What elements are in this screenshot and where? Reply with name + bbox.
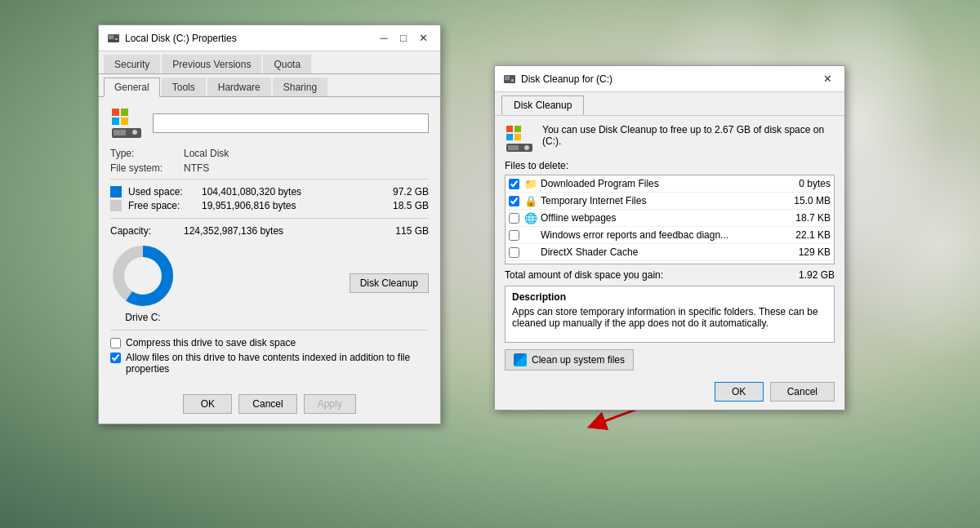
type-label: Type: — [110, 148, 184, 159]
clean-system-files-label: Clean up system files — [532, 354, 625, 366]
cleanup-title-left: Disk Cleanup for (C:) — [503, 73, 612, 86]
type-row: Type: Local Disk — [110, 148, 429, 159]
space-info: Used space: 104,401,080,320 bytes 97.2 G… — [110, 186, 429, 211]
file-checkbox-3[interactable] — [509, 230, 519, 241]
compress-checkbox[interactable] — [110, 338, 121, 348]
cleanup-tab[interactable]: Disk Cleanup — [501, 95, 584, 115]
description-section: Description Apps can store temporary inf… — [505, 286, 835, 343]
donut-chart — [110, 243, 176, 308]
donut-area: Drive C: — [110, 243, 176, 323]
globe-icon-2: 🌐 — [524, 211, 537, 224]
filesystem-value: NTFS — [184, 162, 209, 174]
tab-general[interactable]: General — [104, 78, 160, 97]
file-item-0[interactable]: 📁 Downloaded Program Files 0 bytes — [506, 175, 834, 193]
disk-cleanup-button[interactable]: Disk Cleanup — [350, 273, 429, 293]
file-name-4: DirectX Shader Cache — [541, 246, 782, 258]
svg-rect-8 — [121, 109, 128, 116]
used-gb: 97.2 GB — [380, 186, 429, 197]
capacity-bytes: 124,352,987,136 bytes — [184, 225, 380, 237]
drive-name-input[interactable] — [153, 113, 429, 133]
folder-icon-0: 📁 — [524, 177, 537, 190]
file-item-3[interactable]: Windows error reports and feedbac diagn.… — [506, 227, 834, 244]
svg-rect-22 — [514, 134, 521, 140]
file-size-0: 0 bytes — [782, 178, 831, 189]
drive-label: Drive C: — [125, 312, 160, 323]
maximize-button[interactable]: □ — [394, 29, 412, 47]
file-name-3: Windows error reports and feedbac diagn.… — [541, 229, 782, 241]
index-label: Allow files on this drive to have conten… — [126, 352, 429, 375]
total-value: 1.92 GB — [799, 269, 835, 281]
free-label: Free space: — [128, 200, 202, 211]
cleanup-header-text: You can use Disk Cleanup to free up to 2… — [542, 124, 835, 147]
donut-container: Drive C: Disk Cleanup — [110, 243, 429, 323]
tab-sharing[interactable]: Sharing — [273, 78, 327, 96]
close-button[interactable]: ✕ — [414, 29, 432, 47]
title-bar-left: Local Disk (C:) Properties — [107, 32, 237, 45]
svg-rect-9 — [112, 118, 119, 125]
file-checkbox-1[interactable] — [509, 196, 519, 206]
apply-button[interactable]: Apply — [304, 394, 356, 414]
file-name-0: Downloaded Program Files — [541, 178, 782, 189]
index-row: Allow files on this drive to have conten… — [110, 352, 429, 375]
filesystem-label: File system: — [110, 162, 184, 174]
file-item-1[interactable]: 🔒 Temporary Internet Files 15.0 MB — [506, 193, 834, 210]
lock-folder-icon-1: 🔒 — [524, 194, 537, 207]
svg-rect-17 — [505, 76, 510, 80]
svg-rect-12 — [114, 130, 126, 135]
properties-title: Local Disk (C:) Properties — [125, 33, 237, 44]
total-label: Total amount of disk space you gain: — [505, 269, 663, 281]
used-label: Used space: — [128, 186, 202, 197]
capacity-gb: 115 GB — [380, 225, 429, 237]
filesystem-row: File system: NTFS — [110, 162, 429, 174]
cleanup-close-button[interactable]: ✕ — [818, 70, 836, 88]
drive-header — [110, 107, 429, 140]
compress-label: Compress this drive to save disk space — [126, 337, 296, 348]
tab-quota[interactable]: Quota — [263, 55, 311, 73]
files-section: Files to delete: 📁 Downloaded Program Fi… — [495, 160, 844, 264]
type-value: Local Disk — [184, 148, 229, 159]
free-gb: 18.5 GB — [380, 200, 429, 211]
index-checkbox[interactable] — [110, 353, 121, 363]
properties-body: Type: Local Disk File system: NTFS Used … — [99, 97, 440, 388]
free-space-row: Free space: 19,951,906,816 bytes 18.5 GB — [110, 200, 429, 211]
minimize-button[interactable]: ─ — [375, 29, 393, 47]
svg-rect-18 — [511, 79, 514, 82]
free-bytes: 19,951,906,816 bytes — [202, 200, 380, 211]
properties-title-bar: Local Disk (C:) Properties ─ □ ✕ — [99, 25, 440, 51]
file-size-4: 129 KB — [782, 246, 831, 258]
file-checkbox-2[interactable] — [509, 213, 519, 224]
svg-rect-21 — [506, 134, 513, 140]
title-bar-controls: ─ □ ✕ — [375, 29, 432, 47]
cleanup-header-icon — [505, 124, 534, 153]
divider1 — [110, 330, 429, 331]
cleanup-header: You can use Disk Cleanup to free up to 2… — [495, 116, 844, 160]
svg-rect-19 — [506, 126, 513, 132]
svg-rect-24 — [508, 145, 519, 150]
file-checkbox-4[interactable] — [509, 247, 519, 258]
blank-icon-4 — [524, 246, 537, 259]
cleanup-footer: OK Cancel — [495, 377, 844, 410]
shield-uac-icon — [514, 353, 527, 366]
capacity-row: Capacity: 124,352,987,136 bytes 115 GB — [110, 225, 429, 237]
tab-security[interactable]: Security — [104, 55, 160, 73]
cleanup-ok-button[interactable]: OK — [715, 382, 764, 402]
cancel-button[interactable]: Cancel — [238, 394, 296, 414]
ok-button[interactable]: OK — [183, 394, 232, 414]
file-size-3: 22.1 KB — [782, 229, 831, 241]
total-row: Total amount of disk space you gain: 1.9… — [495, 264, 844, 286]
description-text: Apps can store temporary information in … — [512, 306, 827, 329]
tab-tools[interactable]: Tools — [162, 78, 206, 96]
file-name-1: Temporary Internet Files — [541, 195, 782, 206]
cleanup-cancel-button[interactable]: Cancel — [770, 382, 835, 402]
cleanup-tab-bar: Disk Cleanup — [495, 92, 844, 116]
cleanup-title: Disk Cleanup for (C:) — [521, 73, 612, 85]
file-item-4[interactable]: DirectX Shader Cache 129 KB — [506, 244, 834, 261]
file-item-2[interactable]: 🌐 Offline webpages 18.7 KB — [506, 210, 834, 227]
files-list[interactable]: 📁 Downloaded Program Files 0 bytes 🔒 Tem… — [505, 175, 835, 264]
file-checkbox-0[interactable] — [509, 179, 519, 189]
cleanup-title-icon — [503, 73, 516, 86]
clean-system-files-button[interactable]: Clean up system files — [505, 349, 634, 370]
tab-hardware[interactable]: Hardware — [207, 78, 271, 96]
tab-previous-versions[interactable]: Previous Versions — [162, 55, 261, 73]
drive-icon — [110, 107, 143, 140]
